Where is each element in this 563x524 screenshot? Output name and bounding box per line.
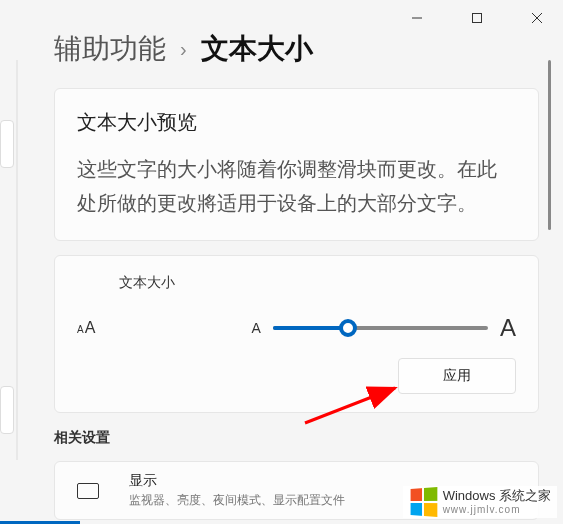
slider-max-glyph: A [500, 314, 516, 342]
watermark-title: Windows 系统之家 [443, 489, 551, 503]
watermark: Windows 系统之家 www.jjmlv.com [403, 486, 557, 518]
svg-rect-1 [473, 14, 482, 23]
scrollbar-thumb[interactable] [548, 60, 551, 230]
apply-button[interactable]: 应用 [398, 358, 516, 394]
breadcrumb-current: 文本大小 [201, 30, 313, 68]
text-size-preview-card: 文本大小预览 这些文字的大小将随着你调整滑块而更改。在此处所做的更改將适用于设备… [54, 88, 539, 241]
preview-body: 这些文字的大小将随着你调整滑块而更改。在此处所做的更改將适用于设备上的大部分文字… [77, 152, 516, 220]
slider-fill [273, 326, 348, 330]
text-size-icon: AA [77, 319, 99, 337]
close-button[interactable] [519, 4, 555, 32]
slider-label: 文本大小 [119, 274, 516, 292]
preview-title: 文本大小预览 [77, 109, 516, 136]
watermark-url: www.jjmlv.com [443, 504, 551, 515]
chevron-right-icon: › [180, 38, 187, 61]
main-content: 辅助功能 › 文本大小 文本大小预览 这些文字的大小将随着你调整滑块而更改。在此… [0, 30, 563, 520]
text-size-slider[interactable] [273, 326, 488, 330]
left-scroll-thumb[interactable] [0, 120, 14, 168]
text-size-slider-card: 文本大小 AA A A 应用 [54, 255, 539, 413]
left-edge [16, 60, 18, 460]
windows-logo-icon [410, 487, 437, 517]
slider-min-glyph: A [251, 320, 260, 336]
related-display-title: 显示 [129, 472, 345, 490]
related-section-title: 相关设置 [54, 429, 539, 447]
slider-thumb[interactable] [339, 319, 357, 337]
breadcrumb-parent[interactable]: 辅助功能 [54, 30, 166, 68]
monitor-icon [77, 483, 99, 499]
breadcrumb: 辅助功能 › 文本大小 [54, 30, 539, 68]
related-display-subtitle: 监视器、亮度、夜间模式、显示配置文件 [129, 492, 345, 509]
left-scroll-thumb-2[interactable] [0, 386, 14, 434]
minimize-button[interactable] [399, 4, 435, 32]
slider-row: AA A A [77, 314, 516, 342]
maximize-button[interactable] [459, 4, 495, 32]
